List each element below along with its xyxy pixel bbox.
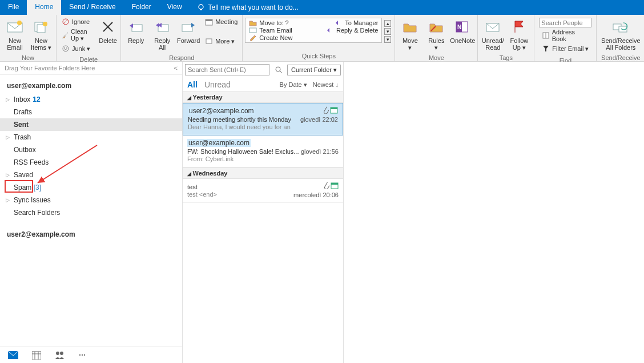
tab-file[interactable]: File: [0, 0, 27, 15]
folder-sent[interactable]: Sent: [0, 118, 182, 131]
collapse-icon[interactable]: <: [174, 65, 178, 71]
quicksteps-gallery[interactable]: Move to: ? To Manager Team Email Reply &…: [245, 18, 382, 43]
pencil-icon: [249, 34, 257, 41]
ignore-button[interactable]: Ignore: [59, 17, 96, 27]
message-item-1[interactable]: user2@example.com giovedì 22:02 Needing …: [183, 103, 343, 135]
followup-button[interactable]: Follow Up ▾: [506, 17, 532, 52]
folder-spam[interactable]: Spam [3]: [0, 181, 182, 194]
more-nav-icon[interactable]: ⋯: [79, 351, 86, 359]
attachment-icon: [322, 106, 329, 114]
more-icon: [204, 37, 214, 46]
meeting-button[interactable]: Meeting: [202, 17, 240, 27]
folder-trash[interactable]: Trash: [0, 131, 182, 143]
group-move: Move ▾ Rules ▾ NOneNote Move: [395, 15, 478, 61]
folder-rss[interactable]: RSS Feeds: [0, 156, 182, 169]
svg-rect-40: [331, 107, 337, 109]
addressbook-button[interactable]: Address Book: [539, 28, 591, 43]
tab-folder[interactable]: Folder: [124, 0, 159, 15]
svg-rect-19: [206, 39, 212, 43]
forward-button[interactable]: Forward: [176, 17, 201, 45]
junk-icon: [61, 44, 70, 53]
filter-unread[interactable]: Unread: [204, 80, 231, 89]
qs-replydelete[interactable]: Reply & Delete: [326, 27, 378, 34]
message-time: mercoledì 20:06: [293, 192, 339, 198]
calendar-nav-icon[interactable]: [32, 350, 41, 360]
mail-nav-icon[interactable]: [8, 351, 18, 359]
svg-point-10: [64, 47, 65, 49]
chevron-up-icon[interactable]: ▴: [384, 20, 391, 27]
reply-icon: [127, 18, 145, 36]
filter-all[interactable]: All: [187, 80, 198, 89]
new-email-button[interactable]: New Email: [2, 17, 27, 52]
expand-icon[interactable]: ▾: [384, 36, 391, 43]
search-scope-dropdown[interactable]: Current Folder ▾: [287, 65, 341, 75]
qs-tomanager[interactable]: To Manager: [335, 19, 378, 26]
new-items-button[interactable]: New Items ▾: [29, 17, 54, 52]
favorites-prompt[interactable]: Drag Your Favorite Folders Here<: [0, 62, 182, 75]
unread-button[interactable]: Unread/ Read: [480, 17, 505, 52]
replyall-button[interactable]: Reply All: [150, 17, 175, 52]
tell-me-search[interactable]: Tell me what you want to do...: [190, 0, 305, 15]
date-group-yesterday[interactable]: Yesterday: [183, 91, 343, 103]
folder-move-icon: [401, 18, 419, 36]
chevron-down-icon[interactable]: ▾: [384, 28, 391, 35]
group-respond: Reply Reply All Forward Meeting More ▾ R…: [121, 15, 243, 61]
mail-icon: [249, 27, 257, 34]
onenote-button[interactable]: NOneNote: [450, 17, 475, 45]
folder-pane: Drag Your Favorite Folders Here< user@ex…: [0, 62, 183, 363]
delete-button[interactable]: Delete: [98, 17, 118, 45]
svg-rect-42: [331, 183, 338, 185]
svg-rect-31: [32, 352, 41, 360]
cleanup-button[interactable]: Clean Up ▾: [59, 27, 96, 43]
reply-icon: [335, 19, 343, 26]
folder-saved[interactable]: Saved: [0, 169, 182, 181]
rules-button[interactable]: Rules ▾: [424, 17, 449, 52]
search-people-input[interactable]: [539, 18, 591, 27]
svg-point-37: [276, 67, 280, 71]
folder-sync[interactable]: Sync Issues: [0, 194, 182, 206]
reply-button[interactable]: Reply: [123, 17, 148, 45]
search-icon[interactable]: [275, 66, 283, 74]
broom-icon: [61, 31, 69, 40]
svg-line-38: [280, 71, 282, 73]
sync-icon: [611, 18, 630, 36]
qs-teamemail[interactable]: Team Email: [249, 27, 292, 34]
people-nav-icon[interactable]: [55, 351, 65, 359]
message-time: giovedì 22:02: [300, 116, 338, 123]
lightbulb-icon: [197, 3, 205, 11]
tab-view[interactable]: View: [159, 0, 190, 15]
tab-sendreceive[interactable]: Send / Receive: [61, 0, 123, 15]
account-1[interactable]: user@example.com: [0, 78, 182, 93]
svg-rect-16: [182, 25, 192, 31]
group-tags: Unread/ Read Follow Up ▾ Tags: [478, 15, 534, 61]
move-button[interactable]: Move ▾: [397, 17, 422, 52]
folder-search[interactable]: Search Folders: [0, 206, 182, 219]
sort-bydate[interactable]: By Date ▾: [280, 81, 307, 89]
tab-home[interactable]: Home: [27, 0, 61, 15]
reading-pane: [344, 62, 644, 363]
more-button[interactable]: More ▾: [202, 36, 240, 46]
account-2[interactable]: user2@example.com: [0, 227, 182, 242]
junk-button[interactable]: Junk ▾: [59, 43, 96, 54]
search-mail-input[interactable]: [185, 64, 269, 75]
quicksteps-scroll[interactable]: ▴▾▾: [383, 17, 392, 46]
qs-moveto[interactable]: Move to: ?: [249, 19, 288, 26]
message-item-3[interactable]: mercoledì 20:06 test test <end>: [183, 179, 343, 203]
folder-drafts[interactable]: Drafts: [0, 106, 182, 118]
sendreceive-all-button[interactable]: Send/Receive All Folders: [599, 17, 642, 52]
qs-createnew[interactable]: Create New: [249, 34, 378, 41]
message-item-2[interactable]: user@example.com giovedì 21:56 FW: Shock…: [183, 135, 343, 167]
new-items-icon: [32, 18, 50, 36]
date-group-wednesday[interactable]: Wednesday: [183, 167, 343, 179]
svg-rect-18: [206, 19, 212, 21]
filteremail-button[interactable]: Filter Email ▾: [539, 43, 591, 54]
rules-icon: [427, 18, 445, 36]
message-time: giovedì 21:56: [301, 148, 339, 155]
message-from: user@example.com: [187, 139, 251, 147]
sort-newest[interactable]: Newest ↓: [313, 81, 339, 89]
svg-rect-14: [132, 25, 142, 31]
folder-inbox[interactable]: Inbox12: [0, 93, 182, 106]
main-area: Drag Your Favorite Folders Here< user@ex…: [0, 62, 644, 363]
folder-outbox[interactable]: Outbox: [0, 143, 182, 156]
svg-point-36: [60, 352, 63, 355]
